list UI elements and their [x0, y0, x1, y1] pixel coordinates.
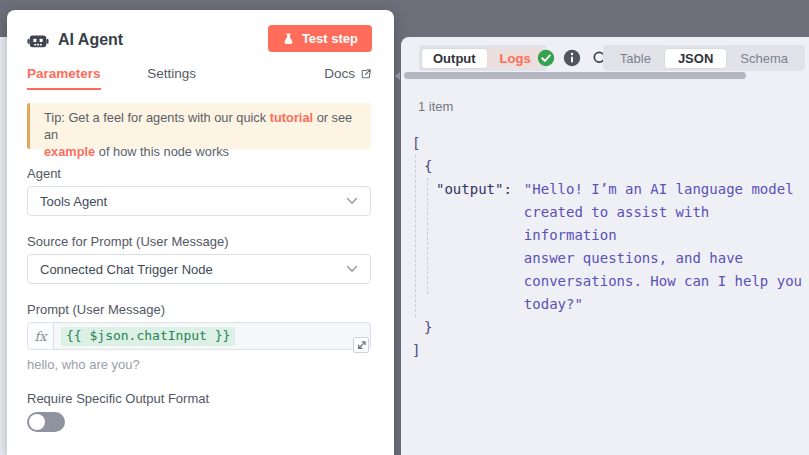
tab-parameters[interactable]: Parameters	[27, 66, 101, 90]
json-open-bracket: [	[412, 132, 809, 155]
docs-link[interactable]: Docs	[324, 66, 372, 81]
test-step-label: Test step	[302, 31, 358, 46]
tab-schema[interactable]: Schema	[726, 49, 802, 68]
tip-callout: Tip: Get a feel for agents with our quic…	[27, 103, 371, 149]
docs-label: Docs	[324, 66, 355, 81]
fx-icon: fx	[28, 323, 54, 349]
test-step-button[interactable]: Test step	[268, 25, 372, 52]
chevron-down-icon	[346, 197, 358, 205]
json-key: "output":	[436, 178, 512, 201]
info-icon[interactable]	[563, 49, 581, 67]
indent-guide	[427, 178, 428, 294]
tutorial-link[interactable]: tutorial	[270, 110, 313, 125]
node-tabs: Parameters Settings Docs	[27, 66, 372, 88]
view-mode-tabs: Table JSON Schema	[603, 45, 805, 71]
agent-label: Agent	[27, 166, 61, 181]
robot-icon	[27, 29, 49, 51]
external-link-icon	[360, 68, 372, 80]
tip-text: Tip: Get a feel for agents with our quic…	[44, 110, 270, 125]
source-label: Source for Prompt (User Message)	[27, 234, 229, 249]
output-format-toggle[interactable]	[27, 412, 65, 432]
agent-select[interactable]: Tools Agent	[27, 186, 371, 216]
json-value: "Hello! I’m an AI language model created…	[524, 178, 809, 316]
json-close-brace: }	[412, 316, 809, 339]
expression-value: {{ $json.chatInput }}	[61, 327, 235, 346]
json-open-brace: {	[412, 155, 809, 178]
expand-icon	[356, 340, 367, 351]
example-link[interactable]: example	[44, 144, 95, 159]
source-select-value: Connected Chat Trigger Node	[40, 262, 213, 277]
node-settings-card: AI Agent Test step Parameters Settings D…	[7, 10, 394, 455]
run-status	[537, 49, 609, 67]
node-title: AI Agent	[58, 31, 123, 49]
output-format-label: Require Specific Output Format	[27, 391, 209, 406]
success-check-icon	[537, 49, 555, 67]
items-count: 1 item	[418, 99, 453, 114]
horizontal-scrollbar[interactable]	[404, 72, 746, 79]
node-header: AI Agent Test step	[27, 25, 372, 55]
chevron-down-icon	[346, 265, 358, 273]
tip-text: of how this node works	[95, 144, 229, 159]
prompt-label: Prompt (User Message)	[27, 302, 165, 317]
expression-preview: hello, who are you?	[27, 357, 140, 372]
tab-output[interactable]: Output	[422, 49, 487, 68]
agent-select-value: Tools Agent	[40, 194, 107, 209]
input-panel-edge	[0, 37, 7, 455]
expand-expression-button[interactable]	[353, 337, 369, 353]
prompt-expression-input[interactable]: fx {{ $json.chatInput }}	[27, 322, 371, 350]
flask-icon	[282, 32, 295, 46]
tab-logs[interactable]: Logs	[487, 49, 544, 68]
json-close-bracket: ]	[412, 339, 809, 362]
output-logs-tabs: Output Logs	[419, 45, 547, 71]
source-select[interactable]: Connected Chat Trigger Node	[27, 254, 371, 284]
scroll-left-arrow-icon[interactable]	[395, 72, 400, 80]
tab-table[interactable]: Table	[606, 49, 665, 68]
json-output-view: [ { "output": "Hello! I’m an AI language…	[412, 132, 809, 362]
tab-settings[interactable]: Settings	[147, 66, 196, 81]
output-panel: Output Logs Table JSON Schema 1	[401, 37, 809, 455]
toggle-knob	[29, 414, 45, 430]
indent-guide	[415, 155, 416, 317]
tab-json[interactable]: JSON	[665, 49, 726, 68]
json-property-row: "output": "Hello! I’m an AI language mod…	[412, 178, 809, 316]
